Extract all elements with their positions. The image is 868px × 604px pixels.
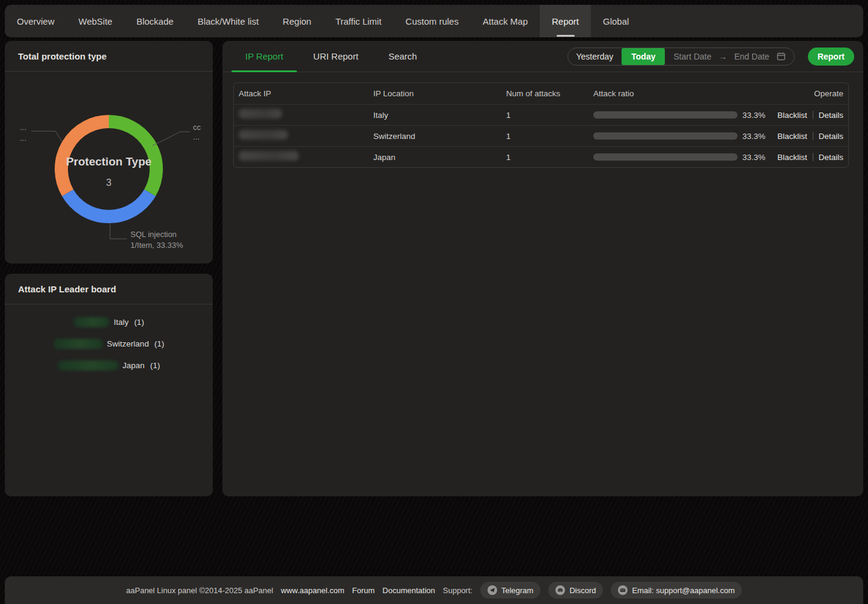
col-header-operate: Operate (768, 89, 843, 98)
date-range-group: Yesterday Today Start Date → End Date (567, 48, 795, 66)
col-header-num-attacks: Num of attacks (506, 89, 593, 98)
yesterday-button[interactable]: Yesterday (568, 48, 622, 65)
blurred-ip-bar (73, 317, 109, 327)
telegram-button[interactable]: Telegram (480, 582, 540, 599)
donut-label-bottom-value: 1/Item, 33.33% (130, 241, 183, 250)
ratio-percent-label: 33.3% (742, 132, 765, 141)
cell-ip-location: Italy (373, 111, 506, 120)
report-controls: Yesterday Today Start Date → End Date Re… (567, 48, 854, 66)
nav-item-traffic-limit[interactable]: Traffic Limit (323, 5, 394, 37)
footer-site-link[interactable]: www.aapanel.com (281, 586, 344, 595)
donut-center-title: Protection Type (66, 155, 151, 168)
table-row: Japan 1 33.3% Blacklist Details (234, 146, 848, 167)
footer: aaPanel Linux panel ©2014-2025 aaPanel w… (5, 576, 863, 604)
donut-label-right-name: cc (193, 123, 201, 132)
discord-button[interactable]: Discord (548, 582, 603, 599)
blurred-attack-ip (239, 130, 288, 140)
cell-num-attacks: 1 (506, 153, 593, 162)
protection-type-donut-chart: ... ... cc ... SQL injection 1/Item, 33.… (5, 72, 213, 263)
attack-ip-table: Attack IP IP Location Num of attacks Att… (233, 82, 849, 168)
blacklist-link[interactable]: Blacklist (777, 132, 807, 141)
nav-item-overview[interactable]: Overview (5, 5, 67, 37)
callout-line-right (153, 132, 190, 146)
footer-copyright: aaPanel Linux panel ©2014-2025 aaPanel (126, 586, 274, 595)
blacklist-link[interactable]: Blacklist (777, 153, 807, 162)
leaderboard-title: Attack IP Leader board (5, 274, 213, 304)
operate-divider (813, 132, 813, 140)
leaderboard-row: Italy (1) (5, 311, 213, 333)
nav-item-attack-map[interactable]: Attack Map (471, 5, 540, 37)
donut-center-value: 3 (106, 177, 112, 188)
tab-ip-report[interactable]: IP Report (230, 41, 298, 72)
nav-item-region[interactable]: Region (270, 5, 323, 37)
details-link[interactable]: Details (819, 132, 843, 141)
leaderboard-count: (1) (134, 318, 144, 327)
attack-ip-leaderboard-panel: Attack IP Leader board Italy (1) Switzer… (5, 274, 213, 496)
leaderboard-row: Switzerland (1) (5, 333, 213, 354)
ratio-percent-label: 33.3% (742, 153, 765, 162)
leaderboard-row: Japan (1) (5, 354, 213, 376)
leaderboard-country: Japan (123, 361, 145, 370)
top-navbar: Overview WebSite Blockade Black/White li… (5, 5, 863, 37)
cell-num-attacks: 1 (506, 111, 593, 120)
callout-line-left (31, 131, 63, 142)
nav-item-black-white-list[interactable]: Black/White list (186, 5, 271, 37)
cell-attack-ratio: 33.3% (593, 111, 768, 120)
details-link[interactable]: Details (819, 111, 843, 120)
blurred-ip-bar (53, 339, 103, 349)
discord-label: Discord (569, 586, 596, 595)
total-protection-panel: Total protection type ... ... cc ... SQL… (5, 41, 213, 263)
table-row: Italy 1 33.3% Blacklist Details (234, 104, 848, 125)
nav-item-global[interactable]: Global (591, 5, 641, 37)
col-header-attack-ip: Attack IP (239, 89, 373, 98)
nav-item-website[interactable]: WebSite (67, 5, 124, 37)
discord-icon (555, 585, 565, 595)
leaderboard-country: Switzerland (107, 339, 149, 348)
operate-divider (813, 153, 813, 161)
nav-item-report[interactable]: Report (540, 5, 591, 37)
operate-divider (813, 111, 813, 119)
today-button[interactable]: Today (622, 48, 665, 65)
nav-item-custom-rules[interactable]: Custom rules (394, 5, 471, 37)
footer-forum-link[interactable]: Forum (352, 586, 375, 595)
footer-docs-link[interactable]: Documentation (382, 586, 435, 595)
blurred-ip-bar (58, 360, 118, 371)
end-date-placeholder[interactable]: End Date (735, 52, 769, 61)
tab-search[interactable]: Search (373, 41, 432, 72)
cell-num-attacks: 1 (506, 132, 593, 141)
email-icon (618, 585, 628, 595)
report-tabs: IP Report URI Report Search (230, 41, 432, 72)
donut-segment-sql-injection (68, 193, 150, 217)
leaderboard-rows: Italy (1) Switzerland (1) Japan (1) (5, 311, 213, 376)
date-range-picker[interactable]: Start Date → End Date (665, 52, 793, 61)
leaderboard-country: Italy (114, 318, 129, 327)
cell-ip-location: Switzerland (373, 132, 506, 141)
leaderboard-count: (1) (150, 361, 160, 370)
telegram-label: Telegram (501, 586, 533, 595)
total-protection-title: Total protection type (5, 41, 213, 72)
email-button[interactable]: Email: support@aapanel.com (611, 582, 742, 599)
telegram-icon (487, 585, 497, 595)
report-button[interactable]: Report (808, 48, 854, 66)
col-header-ip-location: IP Location (373, 89, 506, 98)
cell-attack-ratio: 33.3% (593, 153, 768, 162)
calendar-icon[interactable] (777, 52, 786, 61)
cell-attack-ratio: 33.3% (593, 132, 768, 141)
nav-item-blockade[interactable]: Blockade (124, 5, 186, 37)
donut-label-left-value: ... (20, 134, 26, 143)
col-header-attack-ratio: Attack ratio (593, 89, 768, 98)
details-link[interactable]: Details (819, 153, 843, 162)
start-date-placeholder[interactable]: Start Date (673, 52, 711, 61)
tab-uri-report[interactable]: URI Report (298, 41, 373, 72)
blacklist-link[interactable]: Blacklist (777, 111, 807, 120)
ratio-percent-label: 33.3% (742, 111, 765, 120)
blurred-attack-ip (239, 151, 299, 161)
ratio-bar-track (593, 153, 738, 161)
range-arrow-icon: → (719, 52, 727, 61)
donut-label-right-value: ... (193, 132, 200, 141)
cell-ip-location: Japan (373, 153, 506, 162)
ratio-bar-track (593, 132, 738, 140)
callout-line-bottom (110, 223, 127, 239)
donut-label-left-name: ... (20, 123, 26, 132)
report-panel-header: IP Report URI Report Search Yesterday To… (222, 41, 863, 72)
